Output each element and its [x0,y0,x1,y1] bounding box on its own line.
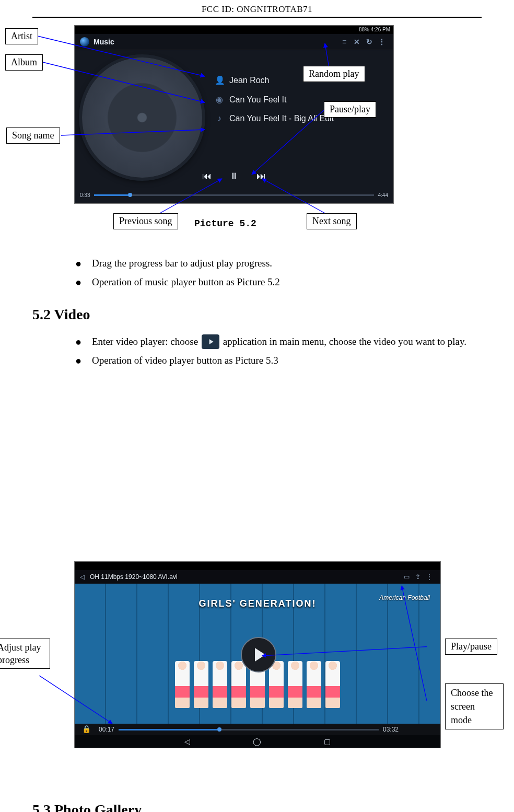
label-pause: Pause/play [324,101,376,118]
video-corner-text: American Football [379,594,430,601]
next-button[interactable]: ⏭ [256,171,266,182]
label-album: Album [5,54,43,71]
video-player-screenshot: ◁ OH 11Mbps 1920~1080 AVI.avi ▭ ⇪ ⋮ GIRL… [74,561,441,748]
bullet-text: Drag the progress bar to adjust play pro… [92,254,482,273]
time-total: 03:32 [383,726,399,733]
video-app-icon [202,334,219,349]
music-app-title: Music [94,38,114,46]
video-figure: ◁ OH 11Mbps 1920~1080 AVI.avi ▭ ⇪ ⋮ GIRL… [32,561,482,770]
time-total: 4:44 [378,192,388,198]
bullet-dot: ● [75,254,92,273]
overflow-icon[interactable]: ⋮ [376,38,388,46]
time-current: 00:17 [99,726,114,733]
time-current: 0:33 [80,192,90,198]
label-screen-mode: Choose the screen mode [445,683,504,729]
nav-home-icon[interactable]: ◯ [253,735,261,748]
video-title-bar: ◁ OH 11Mbps 1920~1080 AVI.avi ▭ ⇪ ⋮ [75,570,440,584]
disc-icon: ◉ [215,95,224,105]
back-icon[interactable]: ◁ [80,573,85,581]
song-text: Can You Feel It - Big Ali Edit [229,114,334,123]
label-random: Random play [303,66,365,82]
video-progress[interactable]: 00:17 03:32 [99,726,399,733]
label-next: Next song [307,213,357,229]
caption-5-2: Picture 5.2 [194,218,256,229]
label-prev: Previous song [113,213,178,229]
section-heading-gallery: 5.3 Photo Gallery [32,802,482,812]
note-icon: ♪ [215,114,224,123]
bullet-text: Operation of music player button as Pict… [92,273,482,292]
overflow-icon[interactable]: ⋮ [424,573,435,581]
bullet-text: Enter video player: choose application i… [92,332,482,351]
video-banner-text: GIRLS' GENERATION! [148,598,367,609]
video-filename: OH 11Mbps 1920~1080 AVI.avi [90,573,178,581]
bullet-dot: ● [75,332,92,351]
prev-button[interactable]: ⏮ [202,171,212,182]
music-bullets: ● Drag the progress bar to adjust play p… [75,254,482,292]
label-artist: Artist [5,28,38,44]
artist-text: Jean Roch [229,76,270,85]
music-progress[interactable]: 0:33 4:44 [80,192,388,198]
repeat-icon[interactable]: ↻ [363,38,376,46]
bullet-dot: ● [75,273,92,292]
video-bullets: ● Enter video player: choose application… [75,332,482,370]
android-nav-bar: ◁ ◯ ▢ [75,735,440,748]
status-bar: 88% 4:26 PM [75,26,393,34]
person-icon: 👤 [215,75,224,85]
music-figure: 88% 4:26 PM Music ≡ ✕ ↻ ⋮ 👤 Jean Roch [32,25,482,245]
label-play-pause: Play/pause [445,639,497,655]
label-song: Song name [6,127,60,144]
music-app-bar: Music ≡ ✕ ↻ ⋮ [75,34,393,50]
section-heading-video: 5.2 Video [32,306,482,323]
nav-back-icon[interactable]: ◁ [184,735,190,748]
album-art [82,57,202,178]
bullet-text: Operation of video player button as Pict… [92,351,482,370]
aspect-icon[interactable]: ▭ [401,573,412,581]
page-header: FCC ID: ONGNITROTAB71 [32,0,482,18]
shuffle-icon[interactable]: ✕ [351,38,363,46]
bullet-dot: ● [75,351,92,370]
status-bar [75,562,440,570]
music-app-icon [80,37,89,47]
label-adjust-progress: Adjust play progress [0,639,50,669]
video-frame: GIRLS' GENERATION! American Football [75,584,440,724]
list-icon[interactable]: ≡ [338,38,351,46]
pause-button[interactable]: ⏸ [229,171,239,182]
lock-icon[interactable]: 🔒 [82,725,91,733]
nav-recent-icon[interactable]: ▢ [324,735,331,748]
album-text: Can You Feel It [229,95,286,105]
play-pause-button[interactable] [241,637,276,672]
share-icon[interactable]: ⇪ [412,573,424,581]
